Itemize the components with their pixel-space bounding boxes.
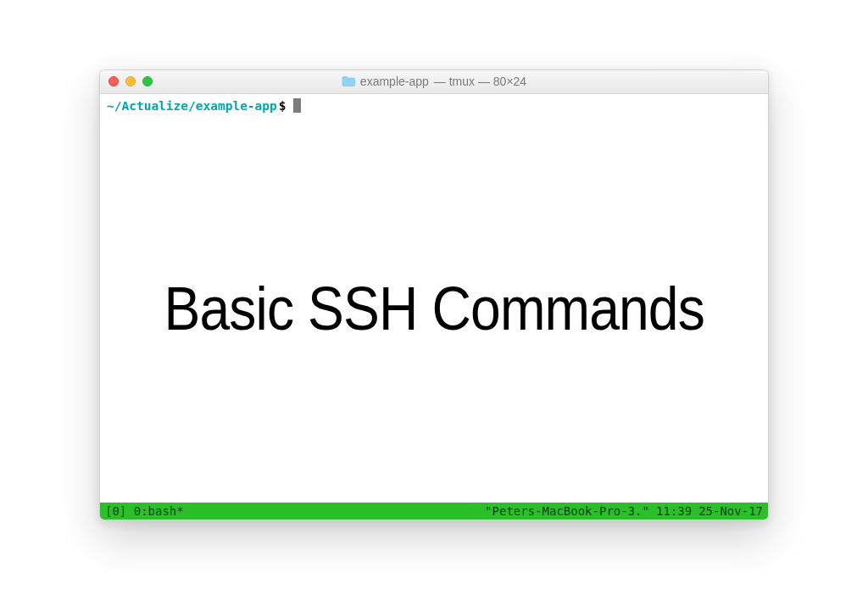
- prompt-line: ~/Actualize/example-app$: [100, 94, 768, 114]
- overlay-heading-container: Basic SSH Commands: [100, 114, 768, 503]
- prompt-symbol: $: [279, 97, 287, 114]
- tmux-time: 11:39: [656, 503, 692, 520]
- tmux-date: 25-Nov-17: [698, 503, 763, 520]
- titlebar: example-app — tmux — 80×24: [100, 70, 768, 94]
- tmux-status-bar: [0] 0:bash* "Peters-MacBook-Pro-3." 11:3…: [100, 503, 768, 520]
- terminal-window: example-app — tmux — 80×24 ~/Actualize/e…: [99, 69, 769, 520]
- traffic-lights: [108, 76, 153, 86]
- maximize-button[interactable]: [142, 76, 153, 86]
- cursor: [293, 98, 301, 113]
- prompt-path: ~/Actualize/example-app: [107, 97, 277, 114]
- terminal-body[interactable]: ~/Actualize/example-app$ Basic SSH Comma…: [100, 94, 768, 520]
- minimize-button[interactable]: [125, 76, 136, 86]
- tmux-host: "Peters-MacBook-Pro-3.": [485, 503, 649, 520]
- tmux-status-left: [0] 0:bash*: [105, 503, 184, 520]
- tmux-session-window: [0] 0:bash*: [105, 503, 184, 520]
- tmux-status-right: "Peters-MacBook-Pro-3." 11:39 25-Nov-17: [478, 503, 763, 520]
- folder-icon: [342, 76, 355, 86]
- window-title: example-app — tmux — 80×24: [100, 75, 768, 88]
- window-title-folder: example-app: [360, 75, 429, 88]
- overlay-heading: Basic SSH Commands: [164, 273, 704, 343]
- window-title-suffix: — tmux — 80×24: [434, 75, 526, 88]
- close-button[interactable]: [108, 76, 119, 86]
